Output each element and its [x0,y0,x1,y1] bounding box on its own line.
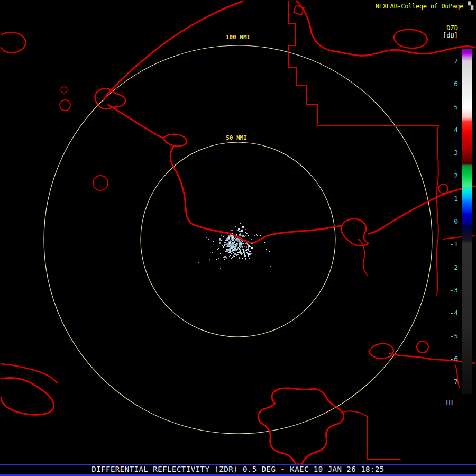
colorbar-product-label: DZD [446,24,458,32]
map-boundary [342,411,400,459]
map-boundary [437,125,438,295]
map-boundary [288,1,438,125]
map-boundary [170,145,342,243]
app-title: NEXLAB-College of DuPage [376,3,463,10]
map-boundary [104,1,243,100]
range-ring-outer [44,45,432,434]
map-overlay [0,0,476,476]
map-circle-feature [438,184,448,194]
map-boundary [258,388,344,464]
range-ring-label-100nmi: 100 NMI [224,34,252,41]
map-boundary [294,5,304,15]
range-ring-label-50nmi: 50 NMI [224,134,249,141]
map-boundary [341,219,369,246]
range-ring-inner [141,142,335,337]
map-circle-feature [417,341,428,353]
colorbar-scale [462,49,472,394]
map-boundary [1,32,26,52]
map-circle-feature [60,100,70,111]
map-boundary [394,30,427,48]
map-circle-feature [61,87,67,93]
colorbar-threshold-label: TH [445,399,453,406]
radar-display: 100 NMI 50 NMI NEXLAB-College of DuPage … [0,0,476,476]
status-bar: DIFFERENTIAL REFLECTIVITY (ZDR) 0.5 DEG … [0,464,476,476]
status-text: DIFFERENTIAL REFLECTIVITY (ZDR) 0.5 DEG … [91,465,385,473]
cod-logo-icon: ▚ [468,2,473,10]
colorbar-units-label: [dB] [443,32,458,39]
map-boundary [1,378,54,415]
map-boundary [1,364,57,383]
map-circle-feature [93,176,108,190]
map-boundary [369,344,393,359]
map-boundary [455,365,460,388]
map-boundary [108,105,163,138]
map-boundary [163,134,187,147]
map-boundary [369,186,475,234]
